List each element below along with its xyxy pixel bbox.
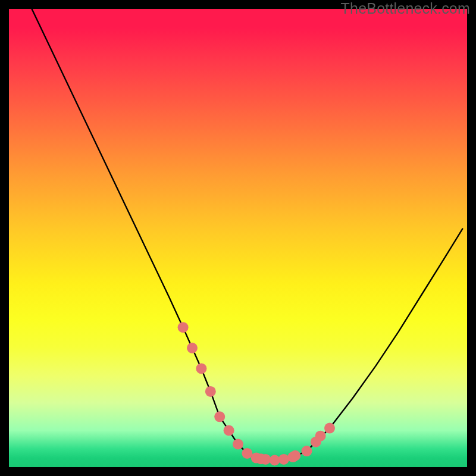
curve-marker bbox=[324, 423, 335, 434]
curve-marker bbox=[302, 446, 312, 456]
curve-marker bbox=[270, 455, 280, 465]
bottleneck-curve bbox=[32, 9, 463, 460]
chart-frame: TheBottleneck.com bbox=[0, 0, 476, 476]
curve-marker bbox=[242, 448, 252, 459]
curve-marker bbox=[278, 454, 289, 465]
curve-marker bbox=[233, 439, 243, 450]
curve-markers bbox=[178, 322, 335, 465]
curve-marker bbox=[290, 450, 300, 461]
curve-marker bbox=[187, 343, 198, 353]
curve-marker bbox=[214, 411, 225, 422]
chart-plot-area bbox=[9, 9, 467, 467]
curve-marker bbox=[315, 431, 326, 441]
curve-marker bbox=[260, 454, 271, 465]
chart-svg bbox=[9, 9, 467, 467]
curve-marker bbox=[178, 322, 189, 333]
curve-marker bbox=[224, 425, 234, 436]
curve-marker bbox=[196, 363, 206, 374]
watermark-text: TheBottleneck.com bbox=[341, 0, 470, 17]
curve-marker bbox=[205, 386, 216, 397]
